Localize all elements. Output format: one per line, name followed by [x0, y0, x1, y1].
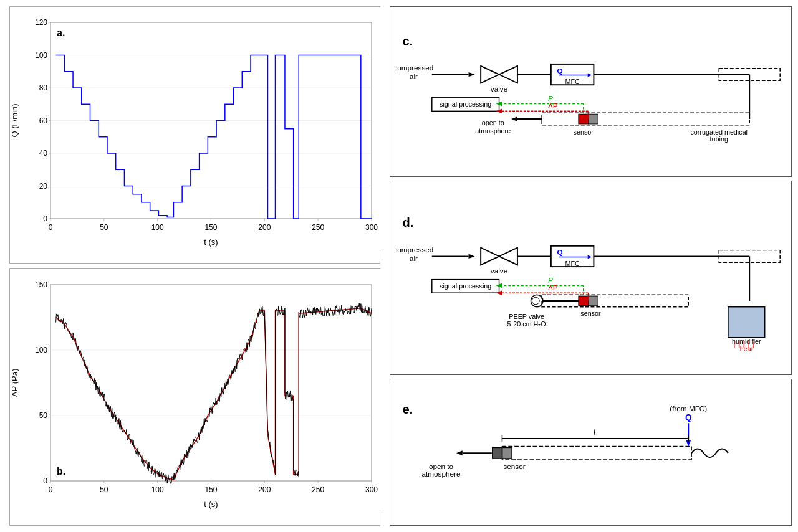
open-atm-label2-e: atmosphere	[421, 470, 461, 478]
svg-rect-59	[502, 448, 512, 459]
open-atm-label-c: open to	[482, 119, 504, 126]
left-panel	[0, 0, 387, 532]
chart-a	[9, 6, 380, 264]
svg-marker-26	[499, 248, 517, 265]
mfc-label-c: MFC	[565, 78, 580, 85]
sensor-label-d: sensor	[580, 310, 601, 317]
L-label: L	[594, 428, 598, 437]
peep-label: PEEP valve	[509, 313, 544, 320]
humidifier-label: humidifier	[732, 338, 761, 345]
diagram-d: d. compressed air valve Q MFC	[390, 181, 792, 375]
Q-label-mfc-d: Q	[557, 248, 563, 256]
svg-rect-42	[589, 296, 598, 306]
svg-rect-41	[579, 296, 589, 306]
svg-marker-24	[469, 254, 475, 259]
svg-rect-13	[589, 114, 598, 124]
corrugated-label2-c: tubing	[710, 135, 728, 143]
signal-proc-label-c: signal processing	[440, 100, 491, 108]
P-label-c: P	[548, 94, 553, 102]
valve-label-c: valve	[491, 85, 508, 93]
svg-rect-35	[728, 307, 765, 338]
open-atm-label2-c: atmosphere	[475, 127, 511, 135]
from-mfc-label: (from MFC)	[670, 404, 707, 412]
svg-point-43	[531, 295, 543, 307]
diagram-e-label: e.	[403, 402, 413, 416]
valve-label-d: valve	[491, 267, 508, 275]
sensor-label-e: sensor	[503, 462, 525, 470]
compressed-air-label2-c: air	[410, 72, 418, 80]
signal-proc-label-d: signal processing	[440, 282, 491, 290]
svg-marker-2	[481, 66, 499, 83]
svg-rect-60	[493, 448, 502, 459]
Q-label-mfc-c: Q	[557, 67, 563, 75]
mfc-label-d: MFC	[565, 260, 580, 267]
svg-marker-3	[499, 66, 517, 83]
svg-marker-30	[588, 255, 592, 259]
peep-label2: 5-20 cm H₂O	[507, 320, 546, 328]
deltaP-label-c: ΔP	[548, 102, 558, 110]
diagram-e: e. (from MFC) Q L open to atmosphere	[390, 379, 792, 526]
svg-marker-1	[469, 72, 475, 77]
sensor-label-c: sensor	[574, 128, 594, 136]
diagram-c: c. compressed air valve Q MFC	[390, 6, 792, 177]
svg-marker-25	[481, 248, 499, 265]
chart-b	[9, 268, 380, 526]
svg-rect-11	[542, 113, 749, 125]
Q-label-e: Q	[685, 414, 692, 423]
svg-marker-7	[588, 74, 592, 77]
compressed-air-label-c: compressed	[395, 64, 433, 72]
compressed-air-label2-d: air	[410, 254, 418, 262]
compressed-air-label-d: compressed	[395, 245, 433, 254]
svg-marker-62	[456, 451, 463, 456]
corrugated-label-c: corrugated medical	[690, 128, 748, 136]
diagram-d-label: d.	[403, 216, 413, 229]
right-panel: c. compressed air valve Q MFC	[387, 0, 798, 532]
svg-point-44	[532, 297, 539, 305]
heat-label: heat	[740, 345, 753, 353]
diagram-c-label: c.	[403, 34, 413, 48]
svg-rect-12	[579, 114, 589, 124]
svg-marker-15	[511, 116, 517, 121]
open-atm-label-e: open to	[429, 462, 454, 470]
P-label-d: P	[548, 276, 553, 284]
deltaP-label-d: ΔP	[548, 283, 558, 292]
svg-rect-55	[502, 447, 691, 460]
